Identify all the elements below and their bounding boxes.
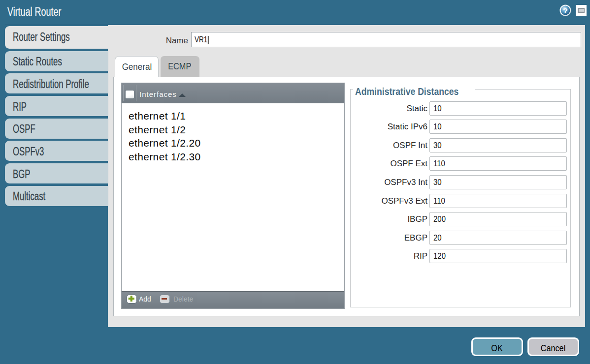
svg-text:?: ? <box>563 6 567 15</box>
